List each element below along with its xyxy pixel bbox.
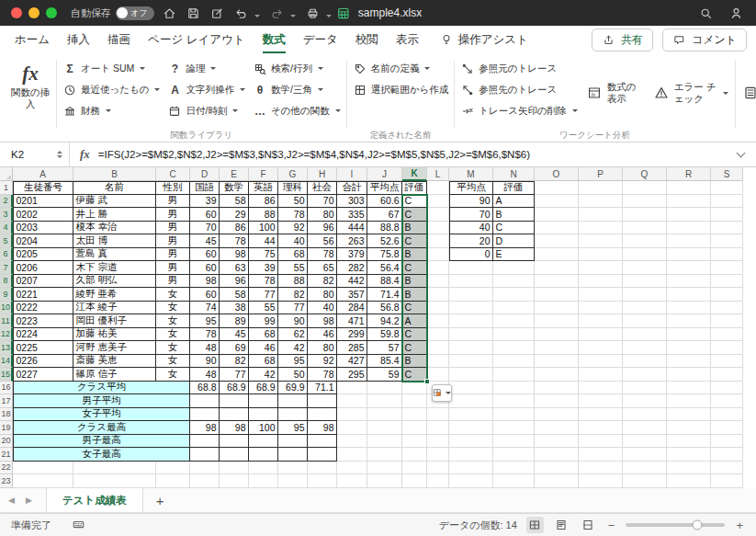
column-header-K[interactable]: K (402, 167, 427, 181)
cell-L19[interactable] (427, 421, 449, 435)
cell-O16[interactable] (535, 382, 579, 395)
cell-M16[interactable] (449, 382, 493, 395)
cell-H4[interactable]: 96 (308, 222, 337, 235)
cell-B9[interactable]: 綾野 亜希 (73, 288, 156, 302)
cell-E16[interactable]: 68.9 (220, 382, 249, 395)
cell-H17[interactable] (308, 394, 337, 408)
cell-M3[interactable]: 70 (449, 208, 493, 222)
cell-L5[interactable] (427, 234, 449, 248)
column-header-H[interactable]: H (308, 167, 337, 181)
cell-B7[interactable]: 木下 宗道 (73, 261, 156, 275)
worksheet-grid[interactable]: ABCDEFGHIJKLMNOPQRS1生徒番号名前性別国語数学英語理科社会合計… (0, 167, 756, 488)
name-box[interactable]: K2 (0, 143, 70, 166)
create-from-selection-button[interactable]: 選択範囲から作成 (350, 79, 452, 100)
cell-H2[interactable]: 70 (308, 195, 337, 209)
cell-S15[interactable] (711, 368, 743, 382)
cell-R11[interactable] (667, 314, 711, 328)
cell-M5[interactable]: 20 (449, 234, 493, 248)
cell-N14[interactable] (493, 355, 535, 369)
cell-C13[interactable]: 女 (156, 341, 190, 355)
cell-J6[interactable]: 75.8 (367, 248, 402, 262)
cell-S11[interactable] (711, 314, 743, 328)
minimize-window-button[interactable] (28, 7, 39, 18)
cell-R18[interactable] (667, 408, 711, 422)
cell-P12[interactable] (579, 328, 623, 342)
cell-R2[interactable] (667, 195, 711, 209)
cell-L12[interactable] (427, 328, 449, 342)
cell-S12[interactable] (711, 328, 743, 342)
cell-Q11[interactable] (623, 314, 667, 328)
cell-M11[interactable] (449, 314, 493, 328)
cell-I8[interactable]: 442 (337, 275, 367, 289)
cell-G7[interactable]: 55 (278, 261, 308, 275)
cell-H20[interactable] (308, 435, 337, 449)
cell-F13[interactable]: 46 (249, 341, 278, 355)
cell-N10[interactable] (493, 302, 535, 315)
cell-P7[interactable] (579, 261, 623, 275)
cell-G1[interactable]: 理科 (278, 181, 308, 195)
cell-F15[interactable]: 42 (249, 368, 278, 382)
cell-G4[interactable]: 92 (278, 222, 308, 235)
cell-H3[interactable]: 80 (308, 208, 337, 222)
sheet-tab-active[interactable]: テスト成績表 (46, 488, 143, 512)
cell-F23[interactable] (249, 474, 278, 488)
cell-G22[interactable] (278, 462, 308, 475)
cell-D4[interactable]: 70 (190, 222, 220, 235)
cell-O8[interactable] (535, 275, 579, 289)
cell-E4[interactable]: 86 (220, 222, 249, 235)
cell-B22[interactable] (73, 462, 156, 475)
cell-L3[interactable] (427, 208, 449, 222)
cell-H11[interactable]: 98 (308, 314, 337, 328)
cell-O23[interactable] (535, 474, 579, 488)
print-icon[interactable] (304, 5, 322, 21)
cell-L2[interactable] (427, 195, 449, 209)
cell-C2[interactable]: 男 (156, 195, 190, 209)
cell-S1[interactable] (711, 181, 743, 195)
page-layout-view-button[interactable] (553, 517, 570, 533)
cell-K6[interactable]: B (402, 248, 427, 262)
cell-M6[interactable]: 0 (449, 248, 493, 262)
row-header-7[interactable]: 7 (0, 261, 13, 275)
cell-O15[interactable] (535, 368, 579, 382)
cell-G6[interactable]: 68 (278, 248, 308, 262)
cell-O11[interactable] (535, 314, 579, 328)
cell-H12[interactable]: 46 (308, 328, 337, 342)
cell-G12[interactable]: 62 (278, 328, 308, 342)
cell-G5[interactable]: 40 (278, 234, 308, 248)
cell-J22[interactable] (367, 462, 402, 475)
column-header-I[interactable]: I (337, 167, 367, 181)
cell-F1[interactable]: 英語 (249, 181, 278, 195)
cell-O2[interactable] (535, 195, 579, 209)
cell-D11[interactable]: 95 (190, 314, 220, 328)
cell-I11[interactable]: 471 (337, 314, 367, 328)
cell-J11[interactable]: 94.2 (367, 314, 402, 328)
cell-L6[interactable] (427, 248, 449, 262)
column-header-M[interactable]: M (449, 167, 493, 181)
cell-K2[interactable]: C (402, 195, 427, 209)
cell-A22[interactable] (13, 462, 73, 475)
column-header-C[interactable]: C (156, 167, 190, 181)
cell-O20[interactable] (535, 435, 579, 449)
cell-A14[interactable]: 0226 (13, 355, 73, 369)
row-header-15[interactable]: 15 (0, 368, 13, 382)
cell-R7[interactable] (667, 261, 711, 275)
cell-M12[interactable] (449, 328, 493, 342)
cell-P22[interactable] (579, 462, 623, 475)
cell-S14[interactable] (711, 355, 743, 369)
cell-A4[interactable]: 0203 (13, 222, 73, 235)
cell-E22[interactable] (220, 462, 249, 475)
cell-M10[interactable] (449, 302, 493, 315)
cell-D2[interactable]: 39 (190, 195, 220, 209)
cell-L22[interactable] (427, 462, 449, 475)
error-checking-button[interactable]: エラー チェック (649, 79, 732, 107)
cell-G23[interactable] (278, 474, 308, 488)
cell-I1[interactable]: 合計 (337, 181, 367, 195)
search-icon[interactable] (697, 5, 715, 21)
cell-H19[interactable]: 98 (308, 421, 337, 435)
cell-G19[interactable]: 95 (278, 421, 308, 435)
cell-K11[interactable]: A (402, 314, 427, 328)
zoom-slider-thumb[interactable] (693, 520, 703, 530)
cell-I9[interactable]: 357 (337, 288, 367, 302)
cell-K15[interactable]: C (402, 368, 427, 382)
cell-S10[interactable] (711, 302, 743, 315)
